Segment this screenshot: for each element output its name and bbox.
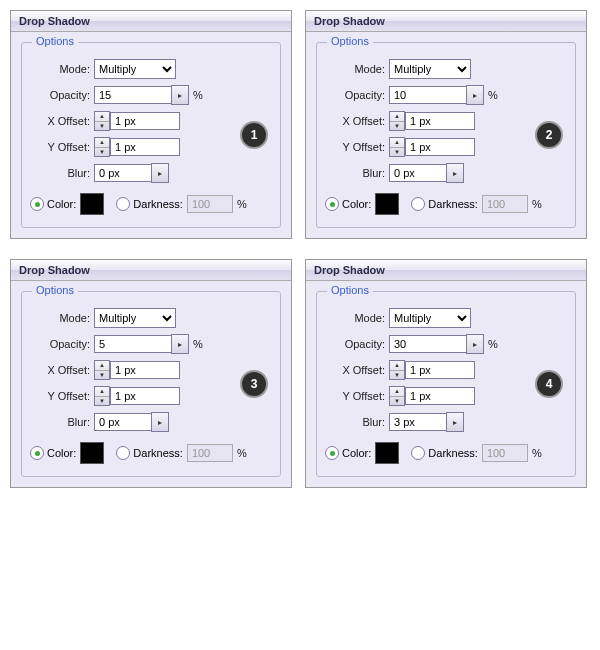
color-label: Color:: [47, 447, 76, 459]
yoffset-label: Y Offset:: [325, 141, 385, 153]
opacity-label: Opacity:: [325, 89, 385, 101]
darkness-input: [187, 444, 233, 462]
darkness-label: Darkness:: [428, 447, 478, 459]
yoffset-label: Y Offset:: [325, 390, 385, 402]
xoffset-input[interactable]: [405, 112, 475, 130]
xoffset-spinner[interactable]: ▲▼: [94, 360, 110, 380]
darkness-input: [187, 195, 233, 213]
blur-input[interactable]: [389, 164, 447, 182]
blur-stepper[interactable]: ▸: [151, 412, 169, 432]
drop-shadow-panel: Drop Shadow Options Mode: Multiply Opaci…: [305, 259, 587, 488]
color-swatch[interactable]: [375, 193, 399, 215]
yoffset-spinner[interactable]: ▲▼: [94, 137, 110, 157]
percent-unit: %: [488, 89, 498, 101]
yoffset-input[interactable]: [110, 138, 180, 156]
opacity-stepper[interactable]: ▸: [466, 85, 484, 105]
drop-shadow-panel: Drop Shadow Options Mode: Multiply Opaci…: [10, 259, 292, 488]
color-swatch[interactable]: [375, 442, 399, 464]
opacity-stepper[interactable]: ▸: [171, 334, 189, 354]
opacity-input[interactable]: [94, 86, 172, 104]
color-swatch[interactable]: [80, 193, 104, 215]
yoffset-spinner[interactable]: ▲▼: [389, 137, 405, 157]
panel-number-badge: 1: [240, 121, 268, 149]
panel-number-badge: 4: [535, 370, 563, 398]
mode-select[interactable]: Multiply: [389, 308, 471, 328]
opacity-stepper[interactable]: ▸: [466, 334, 484, 354]
xoffset-spinner[interactable]: ▲▼: [389, 360, 405, 380]
blur-stepper[interactable]: ▸: [151, 163, 169, 183]
darkness-input: [482, 195, 528, 213]
xoffset-input[interactable]: [110, 361, 180, 379]
blur-stepper[interactable]: ▸: [446, 412, 464, 432]
options-fieldset: Options Mode: Multiply Opacity: ▸ % X Of…: [316, 42, 576, 228]
color-radio[interactable]: [30, 446, 44, 460]
mode-label: Mode:: [30, 63, 90, 75]
xoffset-label: X Offset:: [30, 115, 90, 127]
mode-select[interactable]: Multiply: [94, 59, 176, 79]
blur-label: Blur:: [30, 167, 90, 179]
percent-unit: %: [237, 447, 247, 459]
yoffset-input[interactable]: [405, 387, 475, 405]
darkness-radio[interactable]: [116, 446, 130, 460]
blur-input[interactable]: [389, 413, 447, 431]
drop-shadow-panel: Drop Shadow Options Mode: Multiply Opaci…: [10, 10, 292, 239]
darkness-label: Darkness:: [428, 198, 478, 210]
panel-number-badge: 3: [240, 370, 268, 398]
yoffset-label: Y Offset:: [30, 390, 90, 402]
darkness-radio[interactable]: [411, 446, 425, 460]
opacity-label: Opacity:: [325, 338, 385, 350]
options-fieldset: Options Mode: Multiply Opacity: ▸ % X Of…: [21, 42, 281, 228]
opacity-input[interactable]: [94, 335, 172, 353]
xoffset-spinner[interactable]: ▲▼: [94, 111, 110, 131]
percent-unit: %: [532, 198, 542, 210]
darkness-label: Darkness:: [133, 198, 183, 210]
panel-title: Drop Shadow: [11, 11, 291, 32]
percent-unit: %: [488, 338, 498, 350]
options-fieldset: Options Mode: Multiply Opacity: ▸ % X Of…: [316, 291, 576, 477]
mode-label: Mode:: [30, 312, 90, 324]
color-radio[interactable]: [325, 197, 339, 211]
yoffset-spinner[interactable]: ▲▼: [94, 386, 110, 406]
mode-label: Mode:: [325, 63, 385, 75]
xoffset-label: X Offset:: [325, 115, 385, 127]
percent-unit: %: [193, 89, 203, 101]
blur-input[interactable]: [94, 164, 152, 182]
darkness-radio[interactable]: [411, 197, 425, 211]
xoffset-spinner[interactable]: ▲▼: [389, 111, 405, 131]
blur-input[interactable]: [94, 413, 152, 431]
color-label: Color:: [342, 447, 371, 459]
xoffset-input[interactable]: [405, 361, 475, 379]
blur-label: Blur:: [325, 167, 385, 179]
yoffset-spinner[interactable]: ▲▼: [389, 386, 405, 406]
xoffset-label: X Offset:: [30, 364, 90, 376]
panel-title: Drop Shadow: [11, 260, 291, 281]
mode-label: Mode:: [325, 312, 385, 324]
opacity-input[interactable]: [389, 335, 467, 353]
xoffset-input[interactable]: [110, 112, 180, 130]
color-label: Color:: [47, 198, 76, 210]
percent-unit: %: [532, 447, 542, 459]
color-label: Color:: [342, 198, 371, 210]
opacity-input[interactable]: [389, 86, 467, 104]
panel-number-badge: 2: [535, 121, 563, 149]
blur-label: Blur:: [325, 416, 385, 428]
yoffset-input[interactable]: [110, 387, 180, 405]
color-radio[interactable]: [30, 197, 44, 211]
percent-unit: %: [237, 198, 247, 210]
color-swatch[interactable]: [80, 442, 104, 464]
blur-stepper[interactable]: ▸: [446, 163, 464, 183]
options-label: Options: [327, 35, 373, 47]
percent-unit: %: [193, 338, 203, 350]
xoffset-label: X Offset:: [325, 364, 385, 376]
drop-shadow-panel: Drop Shadow Options Mode: Multiply Opaci…: [305, 10, 587, 239]
yoffset-input[interactable]: [405, 138, 475, 156]
darkness-radio[interactable]: [116, 197, 130, 211]
darkness-input: [482, 444, 528, 462]
opacity-stepper[interactable]: ▸: [171, 85, 189, 105]
color-radio[interactable]: [325, 446, 339, 460]
blur-label: Blur:: [30, 416, 90, 428]
mode-select[interactable]: Multiply: [389, 59, 471, 79]
mode-select[interactable]: Multiply: [94, 308, 176, 328]
panel-title: Drop Shadow: [306, 260, 586, 281]
opacity-label: Opacity:: [30, 89, 90, 101]
